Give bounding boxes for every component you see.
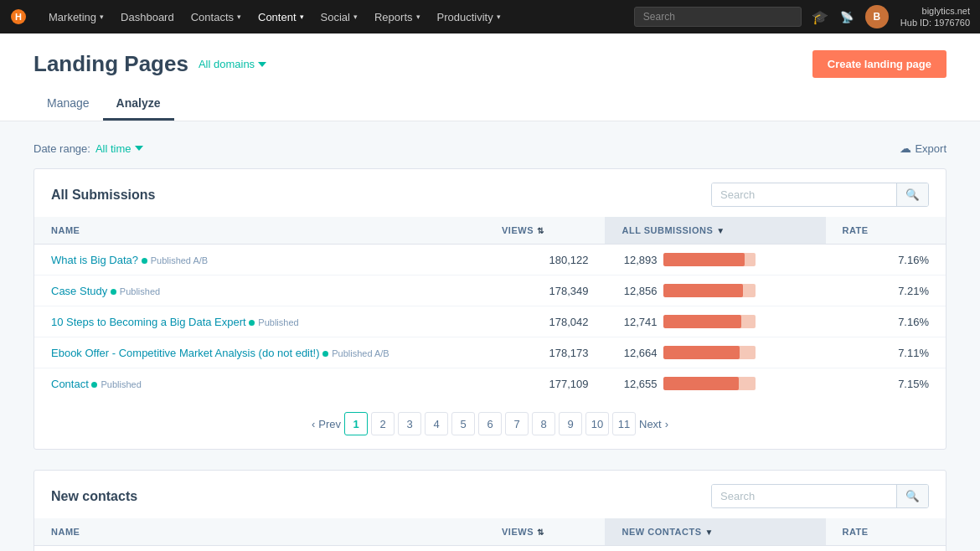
td-views: 180,122: [485, 245, 605, 276]
prev-button[interactable]: ‹ Prev: [312, 418, 341, 430]
search-input-contacts[interactable]: [712, 485, 896, 507]
graduation-icon[interactable]: 🎓: [812, 9, 828, 25]
tab-analyze[interactable]: Analyze: [103, 88, 174, 121]
th-rate: RATE: [826, 217, 946, 245]
tab-manage[interactable]: Manage: [34, 88, 103, 121]
card-header-contacts: New contacts 🔍: [34, 471, 946, 518]
status-dot: [142, 258, 147, 264]
page-button-5[interactable]: 5: [451, 412, 475, 435]
status-badge: Published A/B: [142, 255, 209, 265]
svg-text:H: H: [15, 12, 22, 22]
page-button-6[interactable]: 6: [478, 412, 502, 435]
page-button-8[interactable]: 8: [532, 412, 555, 435]
sort-icon-views: ⇅: [537, 226, 544, 235]
th-contacts[interactable]: NEW CONTACTS ▼: [605, 518, 825, 546]
td-rate: 7.16%: [826, 245, 946, 276]
search-button-contacts[interactable]: 🔍: [896, 485, 928, 507]
bar-fill: [663, 346, 739, 359]
status-badge: Published: [91, 379, 141, 389]
avatar[interactable]: B: [865, 5, 889, 28]
next-button[interactable]: Next ›: [639, 418, 668, 430]
table-row: Ebook Offer - Competitive Market Analysi…: [34, 337, 946, 368]
td-views: 178,042: [485, 306, 605, 337]
th-rate-c: RATE: [826, 518, 946, 546]
search-box-submissions: 🔍: [711, 183, 929, 207]
page-link[interactable]: 10 Steps to Becoming a Big Data Expert: [51, 316, 246, 328]
page-title: Landing Pages: [34, 51, 188, 77]
broadcast-icon[interactable]: 📡: [840, 11, 854, 23]
nav-search: [634, 7, 802, 27]
pagination: ‹ Prev 1234567891011 Next ›: [34, 399, 946, 449]
nav-item-content[interactable]: Content ▾: [250, 0, 312, 33]
nav-item-marketing[interactable]: Marketing ▾: [40, 0, 112, 33]
td-submissions: 12,284: [605, 546, 825, 552]
page-button-1[interactable]: 1: [344, 412, 368, 435]
export-icon: ☁: [900, 142, 911, 155]
sort-icon-submissions: ▼: [716, 226, 725, 235]
page-tabs: Manage Analyze: [34, 88, 946, 121]
th-views-c[interactable]: VIEWS ⇅: [485, 518, 605, 546]
page-link[interactable]: Contact: [51, 378, 89, 390]
td-views: 178,042: [485, 546, 605, 552]
th-name-c: NAME: [34, 518, 485, 546]
nav-item-social[interactable]: Social ▾: [312, 0, 366, 33]
nav-logo: H: [10, 8, 27, 25]
chevron-down-icon: ▾: [100, 13, 104, 21]
status-dot: [322, 351, 328, 357]
status-badge: Published: [249, 317, 298, 327]
export-button[interactable]: ☁ Export: [900, 142, 946, 155]
th-views[interactable]: VIEWS ⇅: [485, 217, 605, 245]
chevron-down-icon: ▾: [416, 13, 420, 21]
nav-search-input[interactable]: [634, 7, 802, 27]
page-button-9[interactable]: 9: [559, 412, 582, 435]
nav-item-contacts[interactable]: Contacts ▾: [183, 0, 250, 33]
page-button-7[interactable]: 7: [505, 412, 529, 435]
domain-filter[interactable]: All domains: [199, 58, 266, 70]
status-dot: [249, 320, 255, 326]
page-button-3[interactable]: 3: [398, 412, 421, 435]
bar-bg: [663, 284, 756, 297]
nav-icons: 🎓 📡 B biglytics.net Hub ID: 1976760: [812, 5, 970, 29]
chevron-left-icon: ‹: [312, 418, 315, 430]
bar-bg: [663, 253, 756, 266]
date-range-picker[interactable]: All time: [95, 142, 143, 155]
status-badge: Published A/B: [322, 348, 389, 358]
create-landing-page-button[interactable]: Create landing page: [812, 50, 946, 78]
nav-item-productivity[interactable]: Productivity ▾: [429, 0, 509, 33]
table-row: 10 Steps to Becoming a Big Data Expert P…: [34, 306, 946, 337]
td-submissions: 12,856: [605, 276, 825, 306]
page-button-10[interactable]: 10: [585, 412, 609, 435]
chevron-down-icon: ▾: [237, 13, 241, 21]
sort-icon-contacts: ▼: [705, 528, 714, 537]
card-header-submissions: All Submissions 🔍: [34, 169, 946, 217]
bar-fill: [663, 377, 738, 390]
page-link[interactable]: Case Study: [51, 285, 107, 297]
table-header-row: NAME VIEWS ⇅ ALL SUBMISSIONS ▼ RATE: [34, 217, 946, 245]
status-badge: Published: [111, 286, 160, 296]
table-row: Case Study Published 178,349 12,856 7.21…: [34, 276, 946, 306]
date-row: Date range: All time ☁ Export: [34, 142, 946, 155]
search-button-submissions[interactable]: 🔍: [896, 183, 928, 206]
submissions-table: NAME VIEWS ⇅ ALL SUBMISSIONS ▼ RATE: [34, 217, 946, 399]
page-link[interactable]: Ebook Offer - Competitive Market Analysi…: [51, 347, 320, 359]
chevron-down-icon: ▾: [300, 13, 304, 21]
nav-item-reports[interactable]: Reports ▾: [366, 0, 429, 33]
sort-icon-views-c: ⇅: [537, 528, 544, 537]
td-rate: 6.9%: [826, 546, 946, 552]
search-input-submissions[interactable]: [712, 183, 896, 206]
page-numbers: 1234567891011: [344, 412, 636, 435]
date-range-control: Date range: All time: [34, 142, 143, 155]
nav-item-dashboard[interactable]: Dashboard: [112, 0, 183, 33]
page-button-11[interactable]: 11: [612, 412, 636, 435]
user-info: biglytics.net Hub ID: 1976760: [900, 5, 970, 29]
contacts-table: NAME VIEWS ⇅ NEW CONTACTS ▼ RATE: [34, 518, 946, 551]
td-views: 177,109: [485, 368, 605, 399]
td-submissions: 12,893: [605, 245, 825, 276]
page-title-row: Landing Pages All domains Create landing…: [34, 33, 946, 88]
bar-fill: [663, 315, 740, 328]
page-link[interactable]: What is Big Data?: [51, 254, 138, 266]
page-button-4[interactable]: 4: [425, 412, 448, 435]
th-submissions[interactable]: ALL SUBMISSIONS ▼: [605, 217, 825, 245]
td-rate: 7.15%: [826, 368, 946, 399]
page-button-2[interactable]: 2: [371, 412, 395, 435]
